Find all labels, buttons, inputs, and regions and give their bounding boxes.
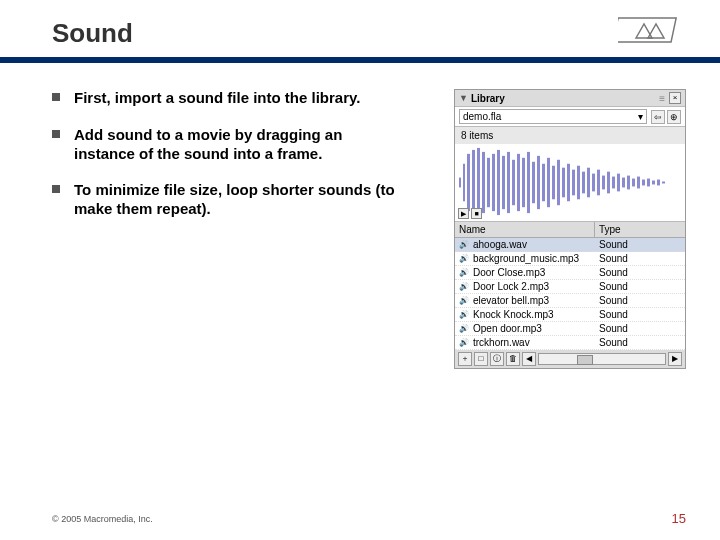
- sound-icon: 🔊: [455, 268, 473, 277]
- svg-rect-33: [617, 174, 620, 192]
- svg-rect-40: [652, 181, 655, 185]
- bullet-icon: [52, 130, 60, 138]
- item-name: trckhorn.wav: [473, 337, 595, 348]
- sound-icon: 🔊: [455, 324, 473, 333]
- sound-icon: 🔊: [455, 310, 473, 319]
- library-item[interactable]: 🔊Door Lock 2.mp3Sound: [455, 280, 685, 294]
- item-type: Sound: [595, 281, 685, 292]
- sound-icon: 🔊: [455, 282, 473, 291]
- properties-button[interactable]: ⓘ: [490, 352, 504, 366]
- svg-rect-24: [572, 170, 575, 196]
- svg-rect-7: [487, 158, 490, 207]
- macromedia-logo-icon: [618, 14, 678, 50]
- item-type: Sound: [595, 267, 685, 278]
- library-panel: ▼ Library ≡ × demo.fla ▾ ⇦ ⊕ 8 items: [454, 89, 686, 369]
- page-number: 15: [672, 511, 686, 526]
- library-item[interactable]: 🔊elevator bell.mp3Sound: [455, 294, 685, 308]
- item-name: Door Close.mp3: [473, 267, 595, 278]
- svg-rect-3: [467, 154, 470, 211]
- bullet-text: First, import a sound file into the libr…: [74, 89, 360, 108]
- svg-rect-26: [582, 172, 585, 194]
- bullet-text: Add sound to a movie by dragging an inst…: [74, 126, 400, 164]
- sound-icon: 🔊: [455, 240, 473, 249]
- svg-rect-28: [592, 174, 595, 192]
- new-folder-button[interactable]: □: [474, 352, 488, 366]
- library-item[interactable]: 🔊Door Close.mp3Sound: [455, 266, 685, 280]
- sound-icon: 🔊: [455, 296, 473, 305]
- sound-icon: 🔊: [455, 338, 473, 347]
- column-type[interactable]: Type: [595, 222, 685, 237]
- svg-rect-22: [562, 168, 565, 198]
- svg-rect-27: [587, 168, 590, 198]
- svg-rect-29: [597, 170, 600, 196]
- play-button[interactable]: ▶: [458, 208, 469, 219]
- svg-rect-25: [577, 166, 580, 200]
- svg-rect-10: [502, 156, 505, 209]
- chevron-down-icon: ▾: [638, 111, 643, 122]
- svg-rect-30: [602, 176, 605, 190]
- item-name: elevator bell.mp3: [473, 295, 595, 306]
- svg-rect-6: [482, 152, 485, 213]
- svg-rect-39: [647, 179, 650, 187]
- item-name: ahooga.wav: [473, 239, 595, 250]
- library-item[interactable]: 🔊ahooga.wavSound: [455, 238, 685, 252]
- library-item-list: 🔊ahooga.wavSound 🔊background_music.mp3So…: [455, 238, 685, 350]
- svg-rect-8: [492, 154, 495, 211]
- bullet-icon: [52, 93, 60, 101]
- list-item: First, import a sound file into the libr…: [52, 89, 400, 108]
- svg-rect-36: [632, 179, 635, 187]
- svg-rect-13: [517, 154, 520, 211]
- svg-rect-16: [532, 162, 535, 203]
- copyright-text: © 2005 Macromedia, Inc.: [52, 514, 153, 524]
- svg-rect-18: [542, 164, 545, 202]
- pin-button[interactable]: ⊕: [667, 110, 681, 124]
- library-item[interactable]: 🔊background_music.mp3Sound: [455, 252, 685, 266]
- disclosure-triangle-icon[interactable]: ▼: [459, 93, 468, 103]
- item-name: Open door.mp3: [473, 323, 595, 334]
- delete-button[interactable]: 🗑: [506, 352, 520, 366]
- item-name: Door Lock 2.mp3: [473, 281, 595, 292]
- item-type: Sound: [595, 239, 685, 250]
- library-item[interactable]: 🔊Knock Knock.mp3Sound: [455, 308, 685, 322]
- panel-menu-icon[interactable]: ≡: [659, 93, 665, 104]
- svg-rect-11: [507, 152, 510, 213]
- svg-rect-38: [642, 180, 645, 186]
- waveform-preview: ▶ ■: [455, 144, 685, 222]
- svg-rect-42: [662, 182, 665, 184]
- svg-rect-9: [497, 150, 500, 215]
- list-item: Add sound to a movie by dragging an inst…: [52, 126, 400, 164]
- svg-rect-32: [612, 177, 615, 189]
- horizontal-scrollbar[interactable]: [538, 353, 666, 365]
- svg-rect-19: [547, 158, 550, 207]
- column-headers[interactable]: Name Type: [455, 222, 685, 238]
- close-icon[interactable]: ×: [669, 92, 681, 104]
- scroll-left-button[interactable]: ◀: [522, 352, 536, 366]
- svg-rect-14: [522, 158, 525, 207]
- bullet-text: To minimize file size, loop shorter soun…: [74, 181, 400, 219]
- svg-rect-17: [537, 156, 540, 209]
- item-name: background_music.mp3: [473, 253, 595, 264]
- stop-button[interactable]: ■: [471, 208, 482, 219]
- svg-rect-2: [463, 164, 465, 202]
- scroll-right-button[interactable]: ▶: [668, 352, 682, 366]
- item-type: Sound: [595, 295, 685, 306]
- svg-rect-35: [627, 176, 630, 190]
- library-item[interactable]: 🔊trckhorn.wavSound: [455, 336, 685, 350]
- nav-prev-button[interactable]: ⇦: [651, 110, 665, 124]
- svg-rect-15: [527, 152, 530, 213]
- svg-rect-1: [459, 178, 461, 188]
- sound-icon: 🔊: [455, 254, 473, 263]
- item-type: Sound: [595, 337, 685, 348]
- item-type: Sound: [595, 323, 685, 334]
- column-name[interactable]: Name: [455, 222, 595, 237]
- svg-rect-37: [637, 177, 640, 189]
- item-name: Knock Knock.mp3: [473, 309, 595, 320]
- library-item[interactable]: 🔊Open door.mp3Sound: [455, 322, 685, 336]
- document-name: demo.fla: [463, 111, 501, 122]
- svg-rect-21: [557, 160, 560, 205]
- document-select[interactable]: demo.fla ▾: [459, 109, 647, 124]
- svg-rect-12: [512, 160, 515, 205]
- new-symbol-button[interactable]: ＋: [458, 352, 472, 366]
- svg-rect-41: [657, 180, 660, 186]
- bullet-list: First, import a sound file into the libr…: [52, 89, 412, 369]
